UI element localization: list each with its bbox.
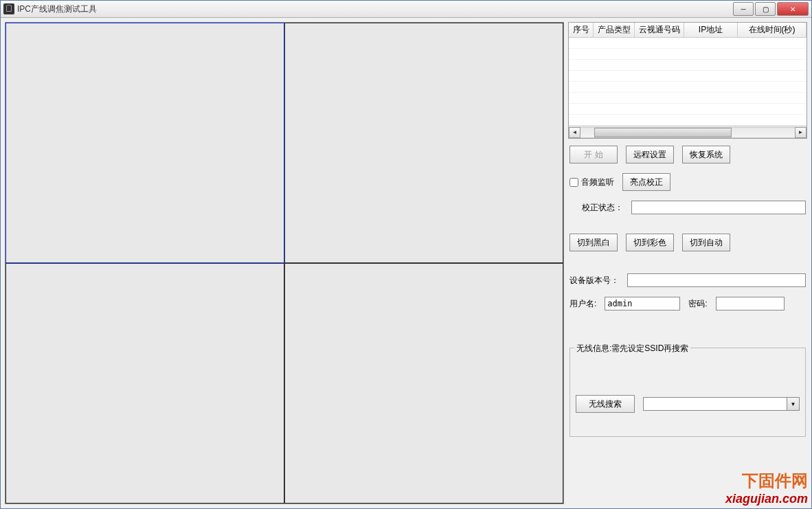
maximize-button[interactable]: ▢ xyxy=(755,2,776,16)
wifi-group: 无线信息:需先设定SSID再搜索 无线搜索 ▼ xyxy=(569,348,806,437)
username-label: 用户名: xyxy=(569,298,596,310)
scroll-thumb[interactable] xyxy=(594,128,732,137)
side-panel: 序号 产品类型 云视通号码 IP地址 在线时间(秒) xyxy=(568,22,807,504)
table-body[interactable] xyxy=(569,38,807,126)
col-index[interactable]: 序号 xyxy=(569,23,594,37)
switch-bw-button[interactable]: 切到黑白 xyxy=(569,234,618,251)
video-cell-4[interactable] xyxy=(284,263,563,504)
wifi-group-title: 无线信息:需先设定SSID再搜索 xyxy=(574,343,690,354)
audio-monitor-input[interactable] xyxy=(569,178,578,187)
wifi-combo[interactable]: ▼ xyxy=(643,397,800,411)
table-row xyxy=(569,93,807,104)
audio-monitor-label: 音频监听 xyxy=(581,177,614,188)
table-row xyxy=(569,71,807,82)
horizontal-scrollbar[interactable]: ◄ ► xyxy=(569,126,807,138)
app-icon xyxy=(3,3,14,14)
table-row xyxy=(569,38,807,49)
wifi-combo-dropdown-icon[interactable]: ▼ xyxy=(787,397,800,411)
scroll-track[interactable] xyxy=(580,127,795,138)
username-field[interactable] xyxy=(605,297,680,310)
col-ip[interactable]: IP地址 xyxy=(684,23,738,37)
restore-system-button[interactable]: 恢复系统 xyxy=(682,146,730,163)
scroll-left-button[interactable]: ◄ xyxy=(569,127,580,138)
device-version-field[interactable] xyxy=(627,273,806,287)
video-cell-1[interactable] xyxy=(5,23,284,263)
table-header[interactable]: 序号 产品类型 云视通号码 IP地址 在线时间(秒) xyxy=(569,23,807,38)
video-cell-3[interactable] xyxy=(5,263,284,504)
close-button[interactable]: ✕ xyxy=(777,2,809,16)
table-row xyxy=(569,82,807,93)
password-label: 密码: xyxy=(688,298,707,310)
window-title: IPC产线调焦测试工具 xyxy=(17,3,732,15)
audio-monitor-checkbox[interactable]: 音频监听 xyxy=(569,177,614,188)
switch-auto-button[interactable]: 切到自动 xyxy=(682,234,730,251)
col-online[interactable]: 在线时间(秒) xyxy=(738,23,807,37)
window-controls: ─ ▢ ✕ xyxy=(732,2,809,16)
wifi-combo-input[interactable] xyxy=(643,397,787,411)
device-version-label: 设备版本号： xyxy=(569,275,619,286)
table-row xyxy=(569,60,807,71)
switch-color-button[interactable]: 切到彩色 xyxy=(626,234,674,251)
wifi-search-button[interactable]: 无线搜索 xyxy=(576,395,635,413)
col-type[interactable]: 产品类型 xyxy=(594,23,635,37)
correct-status-field[interactable] xyxy=(631,201,806,214)
password-field[interactable] xyxy=(716,297,785,310)
device-table: 序号 产品类型 云视通号码 IP地址 在线时间(秒) xyxy=(568,22,807,139)
table-row xyxy=(569,104,807,115)
video-cell-2[interactable] xyxy=(284,23,563,263)
table-row xyxy=(569,49,807,60)
start-button[interactable]: 开 始 xyxy=(569,146,618,163)
app-window: IPC产线调焦测试工具 ─ ▢ ✕ 序号 产品类型 云视通号码 IP地址 xyxy=(0,0,812,509)
bright-correct-button[interactable]: 亮点校正 xyxy=(622,173,670,191)
table-row xyxy=(569,115,807,126)
titlebar[interactable]: IPC产线调焦测试工具 ─ ▢ ✕ xyxy=(1,1,811,18)
video-grid xyxy=(5,22,564,504)
correct-status-label: 校正状态： xyxy=(582,202,623,214)
scroll-right-button[interactable]: ► xyxy=(795,127,807,138)
remote-settings-button[interactable]: 远程设置 xyxy=(626,146,674,163)
minimize-button[interactable]: ─ xyxy=(733,2,754,16)
controls-panel: 开 始 远程设置 恢复系统 音频监听 亮点校正 校正状态： 切到 xyxy=(568,143,807,440)
col-cloudid[interactable]: 云视通号码 xyxy=(635,23,684,37)
client-area: 序号 产品类型 云视通号码 IP地址 在线时间(秒) xyxy=(1,18,811,508)
